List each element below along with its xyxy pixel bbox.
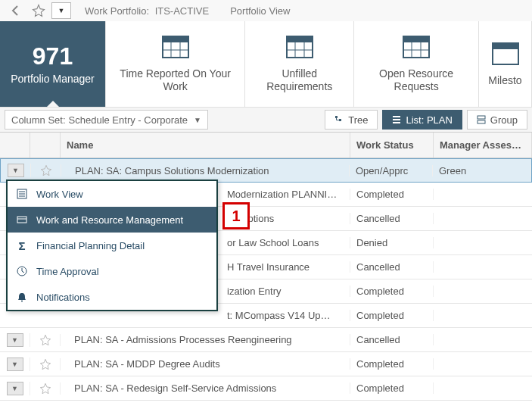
view-group-button[interactable]: Group [467,110,527,130]
table-row[interactable]: ▼PLAN: SA - Admissions Processes Reengin… [0,328,532,352]
row-star-cell[interactable] [31,164,61,176]
col-assess[interactable]: Manager Asses… [434,133,532,158]
tile-open-resource-requests[interactable]: Open Resource Requests [354,21,479,108]
row-status: Completed [350,286,434,297]
data-table: Name Work Status Manager Asses… ▼PLAN: S… [0,132,532,401]
top-toolbar: ▼ Work Portfolio: ITS-ACTIVE Portfolio V… [0,0,532,21]
tile-label: Portfolio Manager [11,73,95,86]
ctx-work-view[interactable]: Work View [8,181,216,207]
row-name: PLAN: SA - Redesign Self-Service Admissi… [61,382,350,394]
row-star-cell[interactable] [30,334,61,346]
row-status: Open/Apprc [350,165,433,176]
tile-label: Time Reported On Your Work [114,67,237,93]
ctx-time-approval[interactable]: Time Approval [8,258,216,284]
work-portfolio-label: Work Portfolio: ITS-ACTIVE [85,5,209,17]
svg-point-31 [21,301,23,302]
calendar-icon [286,36,313,58]
tile-milestones[interactable]: Milesto [479,21,532,108]
tile-active-caret [45,101,61,108]
row-menu-button[interactable]: ▼ [7,382,23,395]
row-menu-button[interactable]: ▼ [7,333,23,347]
svg-rect-6 [287,36,313,42]
col-menu [0,133,30,158]
row-status: Completed [350,310,434,321]
row-assess: Green [433,165,531,176]
tree-icon [334,115,344,124]
toolbar-dropdown[interactable]: ▼ [51,2,71,19]
card-icon [15,214,29,225]
row-menu-cell: ▼ [0,333,30,347]
tile-row: 971 Portfolio Manager Time Reported On Y… [0,21,532,108]
table-row[interactable]: ▼PLAN: SA - MDDP Degree AuditsCompleted [0,352,532,376]
list-icon [15,189,29,199]
row-menu-button[interactable]: ▼ [8,164,24,177]
row-name: t: MCompass V14 Up… [61,310,350,321]
calendar-icon [403,36,430,58]
bell-icon [15,292,29,302]
row-status: Denied [350,237,434,248]
row-menu-button[interactable]: ▼ [7,357,23,371]
row-status: Cancelled [350,261,434,273]
col-star [30,133,61,158]
row-name: PLAN: SA: Campus Solutions Modernization [61,165,350,176]
row-context-menu: Work View Work and Resource Management Σ… [6,180,218,311]
svg-rect-1 [163,36,188,42]
row-status: Cancelled [350,213,434,224]
view-tree-button[interactable]: Tree [325,110,378,130]
row-star-cell[interactable] [30,358,61,370]
controls-row: Column Set: Schedule Entry - Corporate ▼… [0,108,532,132]
row-menu-cell: ▼ [0,357,30,371]
calendar-icon [162,36,189,58]
calendar-icon [492,42,519,65]
portfolio-view-label: Portfolio View [230,5,290,17]
back-button[interactable] [6,2,26,19]
tile-unfilled-requirements[interactable]: Unfilled Requirements [245,21,354,108]
row-star-cell[interactable] [30,382,61,395]
ctx-financial-planning[interactable]: Σ Financial Planning Detail [8,233,216,258]
col-name[interactable]: Name [61,133,350,158]
svg-rect-22 [478,116,485,119]
row-name: PLAN: SA - MDDP Degree Audits [61,358,350,370]
svg-rect-11 [403,36,429,42]
ctx-notifications[interactable]: Notifications [8,284,216,310]
svg-rect-18 [339,119,341,121]
col-status[interactable]: Work Status [350,133,434,158]
table-header: Name Work Status Manager Asses… [0,133,532,158]
row-status: Completed [350,358,434,370]
tile-portfolio-manager[interactable]: 971 Portfolio Manager [0,21,106,108]
tile-label: Open Resource Requests [362,67,471,93]
ctx-work-resource-management[interactable]: Work and Resource Management [8,207,216,233]
svg-rect-17 [335,116,338,118]
row-menu-cell: ▼ [1,164,31,177]
row-status: Cancelled [350,334,434,345]
caret-down-icon: ▼ [194,116,201,124]
tile-label: Milesto [488,74,521,87]
clock-icon [15,266,29,276]
sigma-icon: Σ [15,239,29,252]
tile-count: 971 [33,44,73,68]
row-status: Completed [350,189,434,200]
svg-rect-28 [17,217,26,223]
row-name: PLAN: SA - Admissions Processes Reengine… [61,334,350,345]
svg-rect-16 [493,43,518,49]
tile-time-reported[interactable]: Time Reported On Your Work [106,21,245,108]
annotation-1: 1 [222,202,250,229]
view-list-button[interactable]: List: PLAN [382,110,462,130]
list-icon [392,115,401,124]
row-menu-cell: ▼ [0,382,30,395]
tile-label: Unfilled Requirements [253,67,346,93]
caret-down-icon: ▼ [58,7,65,14]
column-set-dropdown[interactable]: Column Set: Schedule Entry - Corporate ▼ [5,110,208,130]
row-status: Completed [350,382,434,394]
table-row[interactable]: ▼PLAN: SA - Redesign Self-Service Admiss… [0,376,532,401]
group-icon [477,115,486,124]
favorite-button[interactable] [29,2,48,19]
svg-rect-23 [478,120,485,123]
